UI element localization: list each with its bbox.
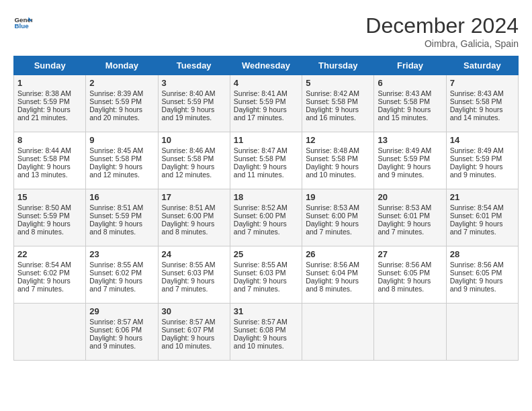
sunrise-label: Sunrise: 8:51 AM (89, 203, 143, 212)
daylight-label: Daylight: 9 hours and 19 minutes. (162, 105, 215, 122)
sunset-label: Sunset: 5:59 PM (17, 97, 70, 105)
calendar-cell: 25Sunrise: 8:55 AMSunset: 6:03 PMDayligh… (230, 246, 302, 304)
sunrise-label: Sunrise: 8:55 AM (162, 261, 216, 269)
sunrise-label: Sunrise: 8:54 AM (17, 261, 71, 269)
sunset-label: Sunset: 5:58 PM (378, 97, 430, 105)
day-number: 10 (162, 135, 226, 145)
day-number: 5 (306, 78, 370, 88)
sunset-label: Sunset: 5:58 PM (306, 154, 358, 163)
sunset-label: Sunset: 6:03 PM (234, 269, 286, 277)
day-number: 30 (162, 306, 226, 316)
sunset-label: Sunset: 6:00 PM (162, 212, 214, 220)
day-number: 8 (17, 135, 82, 145)
sunset-label: Sunset: 5:58 PM (234, 154, 286, 163)
sunrise-label: Sunrise: 8:48 AM (306, 146, 359, 154)
calendar-table: Sunday Monday Tuesday Wednesday Thursday… (13, 56, 519, 361)
calendar-cell: 27Sunrise: 8:56 AMSunset: 6:05 PMDayligh… (374, 246, 446, 304)
calendar-row: 22Sunrise: 8:54 AMSunset: 6:02 PMDayligh… (14, 246, 519, 304)
sunset-label: Sunset: 5:58 PM (450, 97, 502, 105)
sunset-label: Sunset: 6:02 PM (17, 269, 70, 277)
calendar-cell: 20Sunrise: 8:53 AMSunset: 6:01 PMDayligh… (374, 189, 446, 246)
calendar-cell: 6Sunrise: 8:43 AMSunset: 5:58 PMDaylight… (374, 75, 446, 132)
logo-icon: General Blue (13, 13, 32, 32)
sunrise-label: Sunrise: 8:45 AM (89, 146, 143, 154)
sunset-label: Sunset: 6:03 PM (162, 269, 214, 277)
calendar-cell: 1Sunrise: 8:38 AMSunset: 5:59 PMDaylight… (14, 75, 86, 132)
calendar-cell: 28Sunrise: 8:56 AMSunset: 6:05 PMDayligh… (446, 246, 518, 304)
sunrise-label: Sunrise: 8:53 AM (378, 203, 431, 212)
sunset-label: Sunset: 6:01 PM (450, 212, 502, 220)
daylight-label: Daylight: 9 hours and 11 minutes. (234, 163, 287, 179)
month-title: December 2024 (365, 13, 519, 38)
calendar-cell: 19Sunrise: 8:53 AMSunset: 6:00 PMDayligh… (302, 189, 374, 246)
calendar-cell: 8Sunrise: 8:44 AMSunset: 5:58 PMDaylight… (14, 132, 86, 189)
day-number: 4 (234, 78, 298, 88)
daylight-label: Daylight: 9 hours and 7 minutes. (450, 220, 503, 236)
sunrise-label: Sunrise: 8:47 AM (234, 146, 287, 154)
daylight-label: Daylight: 9 hours and 7 minutes. (162, 277, 215, 293)
sunrise-label: Sunrise: 8:50 AM (17, 203, 71, 212)
sunset-label: Sunset: 6:02 PM (89, 269, 142, 277)
calendar-cell (374, 304, 446, 361)
day-number: 29 (89, 306, 154, 316)
sunset-label: Sunset: 5:59 PM (89, 212, 142, 220)
daylight-label: Daylight: 9 hours and 13 minutes. (17, 163, 71, 179)
sunrise-label: Sunrise: 8:57 AM (162, 318, 216, 326)
day-number: 14 (450, 135, 515, 145)
sunrise-label: Sunrise: 8:57 AM (89, 318, 143, 326)
calendar-cell: 5Sunrise: 8:42 AMSunset: 5:58 PMDaylight… (302, 75, 374, 132)
sunset-label: Sunset: 5:59 PM (89, 97, 142, 105)
daylight-label: Daylight: 9 hours and 8 minutes. (89, 220, 142, 236)
calendar-cell: 14Sunrise: 8:49 AMSunset: 5:59 PMDayligh… (446, 132, 518, 189)
calendar-cell: 24Sunrise: 8:55 AMSunset: 6:03 PMDayligh… (158, 246, 230, 304)
daylight-label: Daylight: 9 hours and 7 minutes. (234, 277, 287, 293)
calendar-cell: 9Sunrise: 8:45 AMSunset: 5:58 PMDaylight… (86, 132, 158, 189)
daylight-label: Daylight: 9 hours and 12 minutes. (162, 163, 215, 179)
calendar-cell: 10Sunrise: 8:46 AMSunset: 5:58 PMDayligh… (158, 132, 230, 189)
calendar-row: 29Sunrise: 8:57 AMSunset: 6:06 PMDayligh… (14, 304, 519, 361)
sunrise-label: Sunrise: 8:55 AM (234, 261, 287, 269)
sunset-label: Sunset: 6:00 PM (234, 212, 286, 220)
daylight-label: Daylight: 9 hours and 17 minutes. (234, 105, 287, 122)
col-thursday: Thursday (302, 56, 374, 75)
sunrise-label: Sunrise: 8:49 AM (450, 146, 504, 154)
day-number: 31 (234, 306, 298, 316)
daylight-label: Daylight: 9 hours and 9 minutes. (89, 334, 142, 350)
daylight-label: Daylight: 9 hours and 10 minutes. (306, 163, 359, 179)
sunrise-label: Sunrise: 8:42 AM (306, 89, 359, 97)
day-number: 18 (234, 192, 298, 202)
day-number: 12 (306, 135, 370, 145)
title-block: December 2024 Oimbra, Galicia, Spain (365, 13, 519, 49)
daylight-label: Daylight: 9 hours and 16 minutes. (306, 105, 359, 122)
day-number: 17 (162, 192, 226, 202)
daylight-label: Daylight: 9 hours and 8 minutes. (378, 277, 431, 293)
day-number: 27 (378, 249, 442, 259)
calendar-cell: 30Sunrise: 8:57 AMSunset: 6:07 PMDayligh… (158, 304, 230, 361)
daylight-label: Daylight: 9 hours and 15 minutes. (378, 105, 431, 122)
calendar-cell: 13Sunrise: 8:49 AMSunset: 5:59 PMDayligh… (374, 132, 446, 189)
calendar-cell (302, 304, 374, 361)
day-number: 20 (378, 192, 442, 202)
daylight-label: Daylight: 9 hours and 20 minutes. (89, 105, 142, 122)
day-number: 25 (234, 249, 298, 259)
sunset-label: Sunset: 5:59 PM (162, 97, 214, 105)
sunset-label: Sunset: 6:07 PM (162, 326, 214, 334)
sunrise-label: Sunrise: 8:49 AM (378, 146, 431, 154)
col-saturday: Saturday (446, 56, 518, 75)
day-number: 9 (89, 135, 154, 145)
calendar-cell (446, 304, 518, 361)
col-friday: Friday (374, 56, 446, 75)
calendar-cell: 26Sunrise: 8:56 AMSunset: 6:04 PMDayligh… (302, 246, 374, 304)
daylight-label: Daylight: 9 hours and 7 minutes. (378, 220, 431, 236)
calendar-cell: 3Sunrise: 8:40 AMSunset: 5:59 PMDaylight… (158, 75, 230, 132)
col-tuesday: Tuesday (158, 56, 230, 75)
daylight-label: Daylight: 9 hours and 10 minutes. (162, 334, 215, 350)
sunrise-label: Sunrise: 8:52 AM (234, 203, 287, 212)
sunrise-label: Sunrise: 8:56 AM (306, 261, 359, 269)
calendar-cell: 4Sunrise: 8:41 AMSunset: 5:59 PMDaylight… (230, 75, 302, 132)
calendar-cell: 7Sunrise: 8:43 AMSunset: 5:58 PMDaylight… (446, 75, 518, 132)
sunrise-label: Sunrise: 8:55 AM (89, 261, 143, 269)
sunset-label: Sunset: 5:59 PM (378, 154, 430, 163)
day-number: 3 (162, 78, 226, 88)
day-number: 24 (162, 249, 226, 259)
